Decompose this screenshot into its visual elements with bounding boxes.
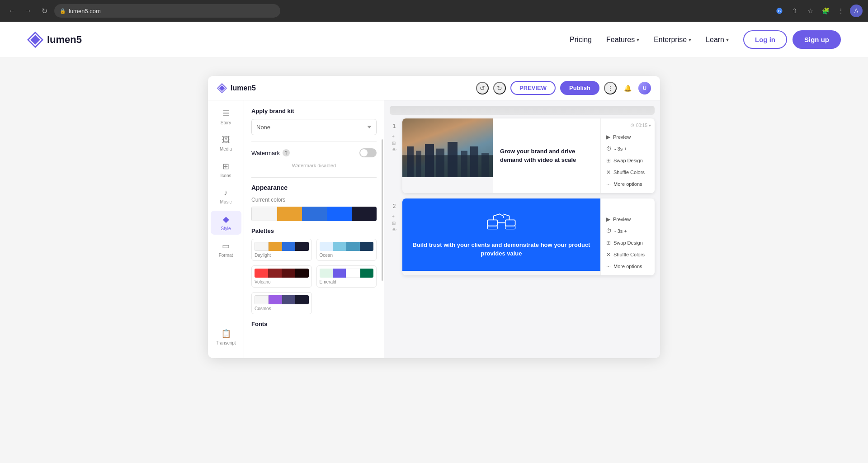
browser-menu-button[interactable]: ⋮: [835, 5, 847, 17]
slide-2-number: 2: [393, 203, 396, 209]
color-swatch-2[interactable]: [302, 207, 327, 221]
palette-emerald[interactable]: Emerald: [316, 265, 377, 288]
slide-1-more-options-btn[interactable]: ··· More options: [604, 180, 651, 189]
notification-icon[interactable]: 🔔: [621, 82, 634, 94]
logo-text: lumen5: [47, 34, 82, 46]
signup-button[interactable]: Sign up: [793, 30, 841, 49]
daylight-swatch-3: [295, 242, 308, 251]
browser-chrome: ← → ↻ 🔒 lumen5.com G ⇧ ☆ 🧩 ⋮ A: [0, 0, 868, 22]
style-icon: ◆: [223, 214, 229, 224]
browser-forward-button[interactable]: →: [22, 5, 34, 17]
cosmos-swatch-1: [269, 295, 282, 304]
color-swatches: [251, 207, 377, 221]
slide-1-eye-icon[interactable]: 👁: [392, 147, 396, 152]
sidebar-item-transcript[interactable]: 📋 Transcript: [211, 325, 241, 349]
slide-2-more-options-btn[interactable]: ··· More options: [604, 262, 651, 271]
slide-2-shuffle-colors-btn[interactable]: ✕ Shuffle Colors: [604, 250, 651, 259]
daylight-swatch-1: [269, 242, 282, 251]
slide-2-card[interactable]: Build trust with your clients and demons…: [402, 198, 655, 275]
previous-slide-peek: [390, 106, 655, 115]
preview-button[interactable]: PREVIEW: [510, 81, 556, 95]
slide-1-duration-control[interactable]: ⏱ - 3s +: [604, 144, 651, 153]
slide-2-text: Build trust with your clients and demons…: [411, 241, 591, 258]
login-button[interactable]: Log in: [743, 30, 787, 49]
browser-extensions-button[interactable]: 🧩: [819, 5, 832, 17]
palette-daylight[interactable]: Daylight: [251, 239, 312, 261]
enterprise-chevron-icon: ▾: [689, 37, 691, 43]
redo-button[interactable]: ↻: [493, 82, 506, 94]
browser-actions: G ⇧ ☆ 🧩 ⋮ A: [773, 5, 863, 17]
slide-1-number: 1: [393, 123, 396, 129]
sidebar-item-icons[interactable]: ⊞ Icons: [211, 158, 241, 182]
more-icon-2: ···: [606, 263, 611, 269]
slide-1-text-area: Grow your brand and drive demand with vi…: [493, 118, 600, 193]
slide-1-preview-btn[interactable]: ▶ Preview: [604, 132, 651, 142]
style-panel: Apply brand kit None Watermark ? Waterma…: [244, 100, 384, 358]
slide-1-add-icon[interactable]: +: [392, 134, 396, 139]
sidebar-item-story[interactable]: ☰ Story: [211, 105, 241, 129]
slide-2-duration-control[interactable]: ⏱ - 3s +: [604, 227, 651, 236]
sidebar-item-media[interactable]: 🖼 Media: [211, 132, 241, 155]
sidebar-item-style[interactable]: ◆ Style: [211, 211, 241, 235]
publish-button[interactable]: Publish: [560, 81, 599, 95]
undo-button[interactable]: ↺: [476, 82, 489, 94]
volcano-swatch-1: [268, 269, 282, 278]
nav-features[interactable]: Features ▾: [606, 36, 639, 44]
sidebar-item-music[interactable]: ♪ Music: [211, 184, 241, 208]
timer-chevron-icon: ▾: [649, 123, 651, 128]
browser-profile-button[interactable]: A: [850, 5, 863, 17]
color-swatch-0[interactable]: [251, 207, 277, 221]
slide-2-preview-btn[interactable]: ▶ Preview: [604, 215, 651, 224]
emerald-swatch-0: [320, 269, 333, 278]
nav-learn[interactable]: Learn ▾: [706, 36, 729, 44]
palette-cosmos[interactable]: Cosmos: [251, 292, 312, 314]
cosmos-swatch-3: [295, 295, 308, 304]
palette-ocean-swatches: [320, 242, 374, 251]
browser-google-icon[interactable]: G: [773, 5, 786, 17]
user-avatar[interactable]: U: [638, 82, 651, 94]
logo[interactable]: lumen5: [27, 32, 82, 48]
palette-ocean[interactable]: Ocean: [316, 239, 377, 261]
nav-enterprise[interactable]: Enterprise ▾: [654, 36, 691, 44]
nav-pricing[interactable]: Pricing: [570, 36, 592, 44]
app-logo: lumen5: [217, 83, 256, 93]
browser-share-button[interactable]: ⇧: [788, 5, 801, 17]
color-swatch-3[interactable]: [327, 207, 352, 221]
swap-icon-2: ⊞: [606, 240, 611, 246]
more-options-button[interactable]: ⋮: [604, 82, 617, 94]
appearance-title: Appearance: [251, 184, 377, 191]
watermark-row: Watermark ?: [251, 148, 377, 157]
timer-icon: ⏱: [630, 123, 635, 128]
panel-divider-1: [251, 142, 377, 142]
icons-icon: ⊞: [222, 161, 229, 171]
cosmos-swatch-2: [282, 295, 295, 304]
slide-2-duplicate-icon[interactable]: ⊞: [392, 221, 396, 226]
browser-address-bar[interactable]: 🔒 lumen5.com: [54, 4, 280, 18]
palette-volcano[interactable]: Volcano: [251, 265, 312, 288]
slide-2-swap-design-btn[interactable]: ⊞ Swap Design: [604, 238, 651, 247]
media-icon: 🖼: [222, 135, 230, 145]
slide-1-duplicate-icon[interactable]: ⊞: [392, 141, 396, 146]
palettes-label: Palettes: [251, 227, 377, 234]
color-swatch-4[interactable]: [352, 207, 377, 221]
browser-star-button[interactable]: ☆: [804, 5, 816, 17]
slide-1-number-col: 1 + ⊞ 👁: [390, 118, 399, 152]
slide-1-swap-design-btn[interactable]: ⊞ Swap Design: [604, 156, 651, 165]
color-swatch-1[interactable]: [277, 207, 302, 221]
sidebar-item-format[interactable]: ▭ Format: [211, 237, 241, 261]
watermark-help-icon[interactable]: ?: [283, 149, 290, 156]
slide-2-eye-icon[interactable]: 👁: [392, 227, 396, 232]
watermark-label: Watermark ?: [251, 149, 290, 156]
browser-reload-button[interactable]: ↻: [38, 5, 51, 17]
transcript-icon: 📋: [221, 329, 231, 339]
svg-rect-18: [505, 226, 515, 229]
cosmos-swatch-0: [255, 295, 269, 304]
watermark-toggle[interactable]: [359, 148, 377, 157]
slide-1-card[interactable]: Grow your brand and drive demand with vi…: [402, 118, 655, 193]
brand-kit-select[interactable]: None: [251, 119, 377, 135]
slide-1-shuffle-colors-btn[interactable]: ✕ Shuffle Colors: [604, 168, 651, 177]
browser-back-button[interactable]: ←: [5, 5, 18, 17]
slide-1-text: Grow your brand and drive demand with vi…: [500, 147, 593, 164]
slide-2-add-icon[interactable]: +: [392, 214, 396, 219]
svg-text:G: G: [778, 9, 781, 13]
